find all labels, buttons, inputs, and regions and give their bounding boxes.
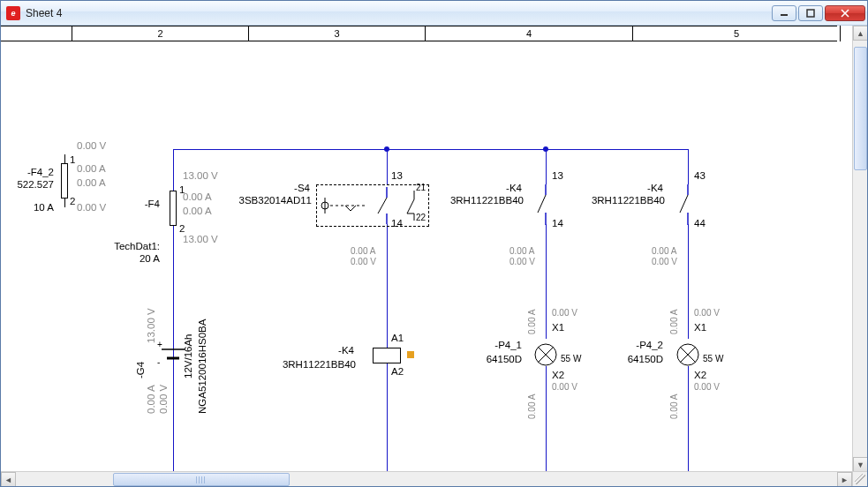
measure-voltage: 0.00 V xyxy=(552,308,577,318)
wire xyxy=(688,366,689,473)
svg-line-14 xyxy=(378,198,387,214)
svg-line-24 xyxy=(680,195,688,213)
vertical-scrollbar[interactable]: ▲ ▼ xyxy=(852,26,867,472)
symbol-coil xyxy=(373,348,401,363)
svg-rect-1 xyxy=(807,10,814,17)
component-art: 3SB32014AD11 xyxy=(223,195,312,206)
scroll-thumb[interactable] xyxy=(113,473,290,486)
symbol-lamp xyxy=(534,343,557,366)
maximize-button[interactable] xyxy=(798,5,823,21)
wire xyxy=(387,363,388,473)
component-name: -P4_2 xyxy=(610,340,663,351)
wire xyxy=(546,366,547,473)
component-art: 522.527 xyxy=(1,179,54,191)
symbol-fuse xyxy=(61,163,68,199)
component-watt: 55 W xyxy=(561,354,581,363)
pin-label: 13 xyxy=(391,170,403,182)
pin-label: A2 xyxy=(391,366,404,378)
scroll-down-button[interactable]: ▼ xyxy=(853,457,867,472)
pin-label: A1 xyxy=(391,333,404,344)
window-title: Sheet 4 xyxy=(26,7,62,19)
pin-label: 14 xyxy=(552,218,563,229)
column-label: 5 xyxy=(734,28,739,39)
symbol-fuse xyxy=(170,191,177,226)
measure-voltage: 13.00 V xyxy=(183,234,218,245)
measure-current: 0.00 A xyxy=(669,366,679,419)
column-label: 2 xyxy=(157,28,162,39)
pin-label: 44 xyxy=(694,218,706,229)
pin-label: 2 xyxy=(70,196,75,207)
component-rating: 20 A xyxy=(89,253,160,265)
component-name: -P4_1 xyxy=(469,340,522,351)
measure-voltage: 0.00 V xyxy=(652,257,677,266)
app-window: e Sheet 4 2 3 4 5 xyxy=(0,0,868,487)
component-name: -G4 xyxy=(135,326,147,378)
maximize-icon xyxy=(806,9,815,18)
pin-label: 22 xyxy=(416,213,426,222)
measure-voltage: 13.00 V xyxy=(183,170,218,182)
scroll-right-button[interactable]: ► xyxy=(837,472,852,486)
pin-label: X1 xyxy=(694,322,706,333)
wire xyxy=(688,149,689,184)
component-name: -S4 xyxy=(239,183,310,194)
component-art: 3RH11221BB40 xyxy=(441,195,524,206)
size-grip[interactable] xyxy=(855,474,865,484)
column-label: 3 xyxy=(334,28,339,39)
scroll-up-button[interactable]: ▲ xyxy=(853,26,867,41)
component-art: 3RH11221BB40 xyxy=(582,195,665,206)
scroll-corner xyxy=(852,471,867,486)
component-art: NGA5120016HS0BA xyxy=(197,290,208,414)
titlebar: e Sheet 4 xyxy=(1,1,867,26)
component-spec: 12V/16Ah xyxy=(183,308,194,378)
svg-line-21 xyxy=(538,195,546,213)
horizontal-scrollbar[interactable]: ◄ ► xyxy=(1,471,852,486)
close-icon xyxy=(841,9,849,18)
wire xyxy=(688,224,689,339)
component-art: 64150D xyxy=(469,354,522,365)
pin-label: X1 xyxy=(552,322,564,333)
coil-indicator-icon xyxy=(407,351,414,358)
wire xyxy=(173,149,688,150)
measure-current: 0.00 A xyxy=(183,206,212,217)
pin-label: 14 xyxy=(391,218,403,229)
pin-label: 13 xyxy=(552,170,563,182)
scroll-thumb[interactable] xyxy=(854,47,867,170)
minimize-icon xyxy=(780,9,789,18)
component-name: -F4 xyxy=(116,199,160,210)
scroll-track[interactable] xyxy=(16,472,837,486)
wire xyxy=(173,149,174,191)
measure-current: 0.00 A xyxy=(77,163,106,175)
wire-stub xyxy=(64,199,65,207)
measure-voltage: 0.00 V xyxy=(694,382,720,392)
measure-current: 0.00 A xyxy=(146,361,157,414)
client-area: 2 3 4 5 xyxy=(1,26,867,486)
component-name: -K4 xyxy=(469,183,522,194)
measure-current: 0.00 A xyxy=(509,246,534,256)
column-label: 4 xyxy=(526,28,532,39)
measure-voltage: 0.00 V xyxy=(509,257,535,266)
measure-current: 0.00 A xyxy=(527,281,537,334)
minimize-button[interactable] xyxy=(772,5,796,21)
switch-icon xyxy=(319,187,426,224)
pin-label: 1 xyxy=(70,154,75,166)
measure-voltage: 0.00 V xyxy=(77,202,106,214)
measure-voltage: 0.00 V xyxy=(77,140,106,152)
measure-voltage: 0.00 V xyxy=(158,361,170,414)
svg-line-17 xyxy=(407,199,414,214)
measure-current: 0.00 A xyxy=(183,191,212,203)
pin-label: X2 xyxy=(694,370,706,381)
wire xyxy=(546,149,547,184)
close-button[interactable] xyxy=(825,5,865,21)
measure-current: 0.00 A xyxy=(669,281,679,334)
column-header: 2 3 4 5 xyxy=(1,26,837,41)
component-name: -K4 xyxy=(301,345,354,356)
drawing-canvas[interactable]: 2 3 4 5 xyxy=(1,26,853,472)
measure-current: 0.00 A xyxy=(351,246,375,256)
component-name: -K4 xyxy=(610,183,663,194)
symbol-lamp xyxy=(676,343,699,366)
scroll-left-button[interactable]: ◄ xyxy=(1,472,16,486)
wire xyxy=(387,224,388,348)
pin-label: 2 xyxy=(179,223,185,235)
component-rating: 10 A xyxy=(1,202,54,214)
app-icon: e xyxy=(6,6,20,20)
